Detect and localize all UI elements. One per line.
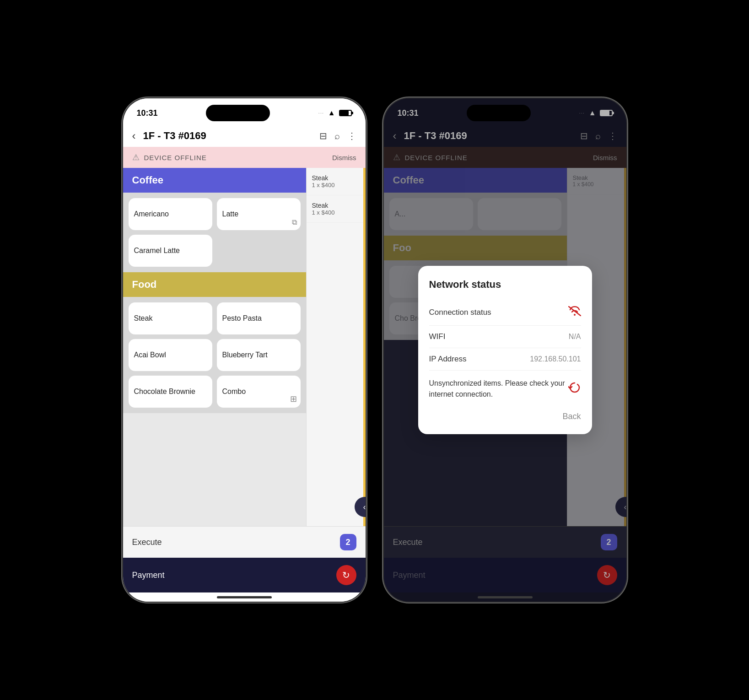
yellow-accent-bar: [363, 168, 366, 526]
execute-badge-left[interactable]: 2: [340, 534, 356, 550]
menu-item-latte[interactable]: Latte: [217, 198, 301, 230]
category-food-left: Food: [123, 272, 306, 297]
payment-bar-left[interactable]: Payment ↻: [123, 558, 366, 592]
back-button-left[interactable]: ‹: [132, 129, 136, 142]
side-panel-left: Steak 1 x $400 Steak 1 x $400 ‹: [306, 168, 366, 526]
menu-item-blueberry-tart[interactable]: Blueberry Tart: [217, 339, 301, 371]
ip-address-value: 192.168.50.101: [530, 355, 581, 363]
order-item-1: Steak 1 x $400: [307, 168, 366, 195]
dynamic-island-left: [206, 105, 270, 121]
menu-item-chocolate-brownie[interactable]: Chocolate Brownie: [129, 376, 212, 408]
table-icon-left[interactable]: ⊟: [319, 130, 327, 141]
menu-item-steak[interactable]: Steak: [129, 302, 212, 334]
network-status-modal: Network status Connection status: [418, 266, 592, 434]
wifi-value: N/A: [569, 333, 581, 341]
modal-overlay: Network status Connection status: [384, 98, 626, 602]
modal-back-row: Back: [429, 407, 581, 421]
category-coffee-label-left: Coffee: [132, 174, 163, 186]
offline-left: ⚠ DEVICE OFFLINE: [132, 152, 207, 162]
battery-fill-left: [340, 111, 349, 115]
order-item-2-name: Steak: [312, 202, 360, 209]
main-content-left: Coffee Americano Latte ⧉ Caramel Latte F…: [123, 168, 366, 526]
order-item-1-qty: 1 x $400: [312, 182, 360, 188]
sync-icon-left: ↻: [342, 570, 350, 581]
ip-address-label: IP Address: [429, 355, 467, 364]
category-coffee-left: Coffee: [123, 168, 306, 193]
unsync-text: Unsynchronized items. Please check your …: [429, 378, 568, 400]
food-items-grid-left: Steak Pesto Pasta Acai Bowl Blueberry Ta…: [123, 297, 306, 413]
collapse-panel-button[interactable]: ‹: [355, 497, 366, 517]
menu-item-caramel-latte[interactable]: Caramel Latte: [129, 235, 212, 267]
home-pill-left: [217, 596, 272, 598]
phone-right: 10:31 ··· ▲ ‹ 1F - T3 #0169 ⊟ ⌕ ⋮ ⚠: [384, 98, 626, 602]
wifi-row: WIFI N/A: [429, 326, 581, 348]
warning-icon-left: ⚠: [132, 152, 140, 162]
wifi-label: WIFI: [429, 332, 446, 341]
offline-banner-left: ⚠ DEVICE OFFLINE Dismiss: [123, 147, 366, 168]
menu-item-combo[interactable]: Combo: [217, 376, 301, 408]
coffee-items-grid-left: Americano Latte ⧉ Caramel Latte: [123, 193, 306, 272]
category-food-label-left: Food: [132, 279, 157, 290]
copy-icon-latte: ⧉: [292, 218, 297, 226]
ip-address-row: IP Address 192.168.50.101: [429, 348, 581, 371]
connection-status-row: Connection status: [429, 300, 581, 326]
wifi-off-icon: [568, 306, 581, 319]
execute-label-left: Execute: [132, 538, 162, 547]
payment-icon-btn-left[interactable]: ↻: [336, 565, 356, 585]
time-left: 10:31: [137, 108, 158, 118]
menu-item-americano[interactable]: Americano: [129, 198, 212, 230]
nav-title-left: 1F - T3 #0169: [143, 130, 319, 142]
more-icon-left[interactable]: ⋮: [347, 130, 356, 141]
payment-label-left: Payment: [132, 571, 165, 580]
status-bar-left: 10:31 ··· ▲: [123, 98, 366, 125]
menu-item-pesto-pasta[interactable]: Pesto Pasta: [217, 302, 301, 334]
order-item-2: Steak 1 x $400: [307, 195, 366, 223]
grid-icon-combo: ⊞: [290, 394, 297, 404]
home-bar-left: [123, 592, 366, 602]
order-item-2-qty: 1 x $400: [312, 209, 360, 216]
nav-icons-left: ⊟ ⌕ ⋮: [319, 130, 356, 141]
wifi-icon-left: ▲: [328, 109, 335, 117]
menu-panel-left: Coffee Americano Latte ⧉ Caramel Latte F…: [123, 168, 306, 526]
svg-point-0: [574, 314, 576, 316]
sync-error-icon: [568, 381, 581, 397]
connection-status-label: Connection status: [429, 308, 491, 317]
modal-back-button[interactable]: Back: [562, 412, 581, 421]
phone-left: 10:31 ··· ▲ ‹ 1F - T3 #0169 ⊟ ⌕ ⋮ ⚠: [123, 98, 366, 602]
execute-bar-left: Execute 2: [123, 526, 366, 558]
menu-item-acai-bowl[interactable]: Acai Bowl: [129, 339, 212, 371]
offline-text-left: DEVICE OFFLINE: [144, 154, 207, 162]
battery-icon-left: [339, 110, 352, 116]
nav-bar-left: ‹ 1F - T3 #0169 ⊟ ⌕ ⋮: [123, 125, 366, 147]
order-item-1-name: Steak: [312, 174, 360, 182]
dismiss-button-left[interactable]: Dismiss: [332, 154, 356, 162]
signal-dots-left: ···: [318, 111, 324, 115]
status-icons-left: ··· ▲: [318, 109, 352, 117]
search-icon-left[interactable]: ⌕: [334, 131, 340, 141]
modal-title: Network status: [429, 279, 581, 291]
unsync-row: Unsynchronized items. Please check your …: [429, 371, 581, 407]
